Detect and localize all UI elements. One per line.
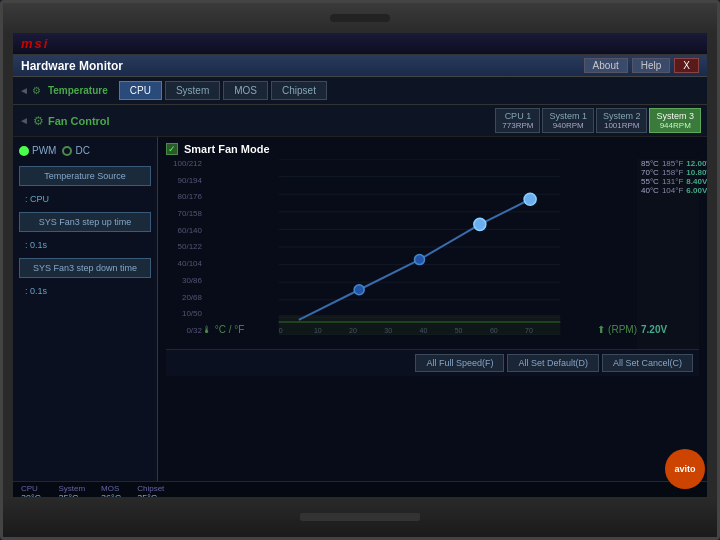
help-button[interactable]: Help <box>632 58 671 73</box>
set-cancel-btn[interactable]: All Set Cancel(C) <box>602 354 693 372</box>
bottom-buttons: All Full Speed(F) All Set Default(D) All… <box>166 349 699 376</box>
y-label-8: 20/68 <box>166 293 202 302</box>
status-mos-temp: MOS 36°C 96°F <box>101 484 121 497</box>
app-title: Hardware Monitor <box>21 59 123 73</box>
dc-radio <box>62 146 72 156</box>
temperature-tab-label: Temperature <box>48 85 108 96</box>
pwm-label: PWM <box>32 145 56 156</box>
full-speed-btn[interactable]: All Full Speed(F) <box>415 354 504 372</box>
screen: msi Hardware Monitor About Help X ◄ ⚙ Te… <box>13 33 707 497</box>
about-button[interactable]: About <box>584 58 628 73</box>
fan3-step-up-value: : 0.1s <box>19 238 151 252</box>
temp-row-4: 40°C 104°F 6.00V <box>641 186 699 195</box>
temp-row-3: 55°C 131°F 8.40V <box>641 177 699 186</box>
left-panel: PWM DC Temperature Source : CPU SYS Fan3… <box>13 137 158 481</box>
chart-canvas: 0 10 20 30 40 50 60 70 🌡 <box>202 159 637 335</box>
y-label-3: 70/158 <box>166 209 202 218</box>
svg-point-13 <box>354 285 364 295</box>
brand-bar: msi <box>13 33 707 55</box>
title-buttons: About Help X <box>584 58 699 73</box>
monitor-frame: msi Hardware Monitor About Help X ◄ ⚙ Te… <box>0 0 720 540</box>
svg-point-15 <box>474 218 486 230</box>
status-temps: CPU 39°C 102°F System 35°C 95°F MOS 36°C… <box>21 484 699 497</box>
voltage-display: 7.20V <box>641 323 699 335</box>
smart-fan-checkbox[interactable]: ✓ <box>166 143 178 155</box>
y-label-2: 80/176 <box>166 192 202 201</box>
y-label-10: 0/32 <box>166 326 202 335</box>
fan3-step-up-btn[interactable]: SYS Fan3 step up time <box>19 212 151 232</box>
temp-source-btn[interactable]: Temperature Source <box>19 166 151 186</box>
status-chipset-temp: Chipset 35°C 95°F <box>137 484 164 497</box>
y-label-6: 40/104 <box>166 259 202 268</box>
monitor-bottom <box>3 497 717 537</box>
close-button[interactable]: X <box>674 58 699 73</box>
chart-wrapper: 100/212 90/194 80/176 70/158 60/140 50/1… <box>166 159 699 349</box>
thermometer-icon: 🌡 °C / °F <box>202 324 244 335</box>
fan-icon: ⚙ <box>33 114 44 128</box>
fan-control-label: Fan Control <box>48 115 110 127</box>
fan-rpm-icon: ⬆ (RPM) <box>597 324 637 335</box>
temp-row-2: 70°C 158°F 10.80V <box>641 168 699 177</box>
main-content: PWM DC Temperature Source : CPU SYS Fan3… <box>13 137 707 481</box>
fan3-step-down-btn[interactable]: SYS Fan3 step down time <box>19 258 151 278</box>
y-labels-left: 100/212 90/194 80/176 70/158 60/140 50/1… <box>166 159 202 349</box>
y-labels-right: 85°C 185°F 12.00V 70°C 158°F 10.80V 55°C <box>637 159 699 349</box>
fan-system1-tab[interactable]: System 1 940RPM <box>542 108 594 133</box>
tab-cpu[interactable]: CPU <box>119 81 162 100</box>
fan-control-title: ◄ ⚙ Fan Control <box>19 114 110 128</box>
status-bar: CPU 39°C 102°F System 35°C 95°F MOS 36°C… <box>13 481 707 497</box>
nav-tabs: ◄ ⚙ Temperature CPU System MOS Chipset <box>19 81 327 100</box>
pwm-option[interactable]: PWM <box>19 145 56 156</box>
avito-badge: avito <box>665 449 705 489</box>
chart-area: ✓ Smart Fan Mode 100/212 90/194 80/176 7… <box>158 137 707 481</box>
dc-option[interactable]: DC <box>62 145 89 156</box>
pwm-dc-row: PWM DC <box>19 145 151 156</box>
svg-point-14 <box>414 255 424 265</box>
status-cpu-temp: CPU 39°C 102°F <box>21 484 42 497</box>
temp-source-value: : CPU <box>19 192 151 206</box>
status-system-temp: System 35°C 95°F <box>58 484 85 497</box>
fan-system3-tab[interactable]: System 3 944RPM <box>649 108 701 133</box>
y-label-0: 100/212 <box>166 159 202 168</box>
nav-section: ◄ ⚙ Temperature CPU System MOS Chipset <box>13 77 707 105</box>
smart-fan-title: Smart Fan Mode <box>184 143 270 155</box>
y-label-1: 90/194 <box>166 176 202 185</box>
fan-speed-tabs: CPU 1 773RPM System 1 940RPM System 2 10… <box>495 108 701 133</box>
tab-system[interactable]: System <box>165 81 220 100</box>
set-default-btn[interactable]: All Set Default(D) <box>507 354 599 372</box>
dc-label: DC <box>75 145 89 156</box>
fan-control-bar: ◄ ⚙ Fan Control CPU 1 773RPM System 1 94… <box>13 105 707 137</box>
y-label-7: 30/86 <box>166 276 202 285</box>
tab-chipset[interactable]: Chipset <box>271 81 327 100</box>
tab-mos[interactable]: MOS <box>223 81 268 100</box>
pwm-radio <box>19 146 29 156</box>
monitor-stand <box>300 513 420 521</box>
axis-icons: 🌡 °C / °F ⬆ (RPM) <box>202 324 637 335</box>
temp-row-1: 85°C 185°F 12.00V <box>641 159 699 168</box>
y-label-4: 60/140 <box>166 226 202 235</box>
y-label-5: 50/122 <box>166 242 202 251</box>
y-label-9: 10/50 <box>166 309 202 318</box>
fan3-step-down-value: : 0.1s <box>19 284 151 298</box>
svg-point-16 <box>524 193 536 205</box>
chart-svg: 0 10 20 30 40 50 60 70 <box>202 159 637 335</box>
smart-fan-header: ✓ Smart Fan Mode <box>166 143 699 155</box>
fan-system2-tab[interactable]: System 2 1001RPM <box>596 108 648 133</box>
brand-logo: msi <box>21 36 49 51</box>
fan-cpu1-tab[interactable]: CPU 1 773RPM <box>495 108 540 133</box>
title-bar: Hardware Monitor About Help X <box>13 55 707 77</box>
